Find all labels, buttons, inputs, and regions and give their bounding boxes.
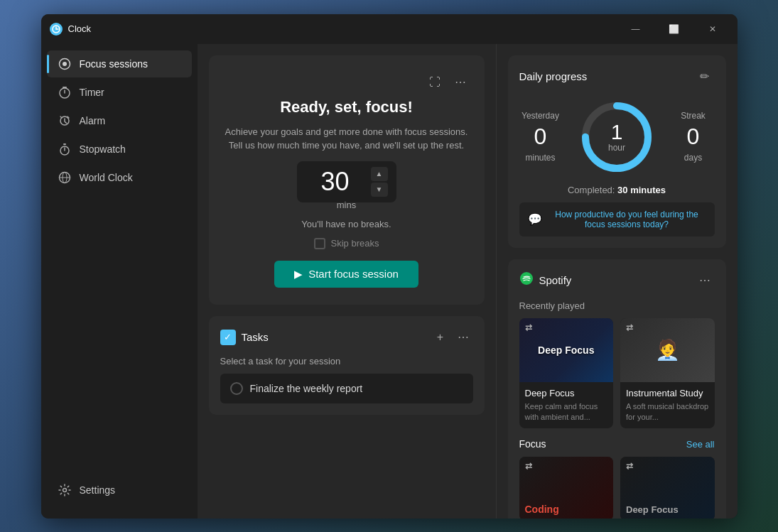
start-focus-session-button[interactable]: ▶ Start focus session xyxy=(274,261,418,288)
donut-center-value: 1 xyxy=(608,121,625,143)
shuffle-icon: ⇄ xyxy=(626,322,633,332)
expand-button[interactable]: ⛶ xyxy=(425,72,445,92)
productivity-text: How productive do you feel during the fo… xyxy=(548,210,706,229)
sidebar-item-focus-sessions[interactable]: Focus sessions xyxy=(47,50,192,77)
play-icon: ▶ xyxy=(294,268,303,281)
shuffle-icon: ⇄ xyxy=(626,461,633,471)
yesterday-value: 0 xyxy=(534,124,547,150)
coding-label: Coding xyxy=(525,504,559,515)
task-radio[interactable] xyxy=(230,382,243,395)
table-row[interactable]: Finalize the weekly report xyxy=(220,374,473,403)
main-content: Focus sessions Timer xyxy=(41,44,738,519)
focus-sessions-icon xyxy=(58,58,71,70)
shuffle-icon: ⇄ xyxy=(525,322,532,332)
productivity-icon: 💬 xyxy=(528,212,542,226)
streak-stat: Streak 0 days xyxy=(672,111,715,163)
completed-value: 30 minutes xyxy=(617,185,666,195)
tasks-actions: + ⋯ xyxy=(431,327,473,347)
thumb-label: Deep Focus xyxy=(538,344,594,356)
deep-focus-label: Deep Focus xyxy=(626,504,679,515)
app-icon xyxy=(50,23,63,36)
time-increase-button[interactable]: ▲ xyxy=(371,167,388,181)
focus-section-header: Focus See all xyxy=(519,438,715,450)
time-decrease-button[interactable]: ▼ xyxy=(371,183,388,197)
svg-point-4 xyxy=(63,62,67,66)
sidebar-item-alarm[interactable]: Alarm xyxy=(47,107,192,134)
list-item[interactable]: ⇄ Deep Focus Deep Focus Keep calm and fo… xyxy=(519,318,614,429)
focus-card-header: ⛶ ⋯ xyxy=(223,72,470,92)
daily-progress-card: Daily progress ✏ Yesterday 0 minutes xyxy=(508,55,726,248)
time-picker[interactable]: 30 ▲ ▼ xyxy=(297,161,396,202)
start-button-label: Start focus session xyxy=(308,268,399,280)
maximize-button[interactable]: ⬜ xyxy=(658,18,691,40)
sidebar-item-label: Timer xyxy=(80,87,104,98)
svg-point-17 xyxy=(520,272,533,285)
spotify-more-button[interactable]: ⋯ xyxy=(695,271,715,291)
list-item[interactable]: ⇄ Coding xyxy=(519,457,614,518)
music-thumb: ⇄ Deep Focus xyxy=(620,457,715,518)
window-title: Clock xyxy=(68,23,92,34)
settings-icon xyxy=(58,484,71,496)
yesterday-unit: minutes xyxy=(525,153,555,163)
task-text: Finalize the weekly report xyxy=(250,383,363,394)
titlebar: Clock — ⬜ ✕ xyxy=(41,14,738,44)
settings-label: Settings xyxy=(80,484,116,496)
music-title: Deep Focus xyxy=(519,382,614,401)
time-value: 30 xyxy=(306,167,365,197)
right-panel: Daily progress ✏ Yesterday 0 minutes xyxy=(496,44,738,519)
donut-chart: 1 hour xyxy=(578,98,656,176)
focus-subtitle: Achieve your goals and get more done wit… xyxy=(223,125,470,153)
time-arrows: ▲ ▼ xyxy=(371,167,388,197)
content-area: ⛶ ⋯ Ready, set, focus! Achieve your goal… xyxy=(198,44,496,519)
sidebar-item-stopwatch[interactable]: Stopwatch xyxy=(47,136,192,163)
daily-progress-title: Daily progress xyxy=(519,70,695,82)
yesterday-stat: Yesterday 0 minutes xyxy=(519,111,562,163)
recently-played-grid: ⇄ Deep Focus Deep Focus Keep calm and fo… xyxy=(519,318,715,429)
time-unit: mins xyxy=(337,200,356,210)
streak-label: Streak xyxy=(681,111,706,121)
world-clock-icon xyxy=(58,171,71,184)
close-button[interactable]: ✕ xyxy=(696,18,729,40)
edit-progress-button[interactable]: ✏ xyxy=(695,67,715,87)
skip-breaks-row: Skip breaks xyxy=(314,238,379,249)
stopwatch-icon xyxy=(58,143,71,156)
tasks-title: Tasks xyxy=(242,331,425,343)
minimize-button[interactable]: — xyxy=(620,18,652,40)
svg-point-14 xyxy=(63,488,66,492)
spotify-title: Spotify xyxy=(539,274,695,286)
sidebar-item-label: Focus sessions xyxy=(80,58,148,70)
productivity-row[interactable]: 💬 How productive do you feel during the … xyxy=(519,202,715,237)
focus-session-card: ⛶ ⋯ Ready, set, focus! Achieve your goal… xyxy=(209,55,485,305)
window-controls: — ⬜ ✕ xyxy=(620,18,729,40)
skip-breaks-checkbox[interactable] xyxy=(314,238,325,249)
list-item[interactable]: ⇄ Deep Focus xyxy=(620,457,715,518)
timer-icon xyxy=(58,86,71,99)
spotify-logo xyxy=(519,271,534,289)
sidebar-item-label: Stopwatch xyxy=(80,143,126,155)
add-task-button[interactable]: + xyxy=(431,327,450,347)
list-item[interactable]: ⇄ 🧑‍💼 Instrumental Study A soft musical … xyxy=(620,318,715,429)
sidebar-item-settings[interactable]: Settings xyxy=(47,477,192,504)
sidebar-item-world-clock[interactable]: World Clock xyxy=(47,164,192,191)
sidebar-item-label: World Clock xyxy=(80,172,133,183)
more-options-button[interactable]: ⋯ xyxy=(450,72,470,92)
alarm-icon xyxy=(58,114,71,127)
music-thumb: ⇄ Coding xyxy=(519,457,614,518)
card-header: Daily progress ✏ xyxy=(519,67,715,87)
tasks-more-button[interactable]: ⋯ xyxy=(453,327,473,347)
music-desc: Keep calm and focus with ambient and... xyxy=(519,401,614,429)
completed-text: Completed: 30 minutes xyxy=(519,185,715,195)
stats-row: Yesterday 0 minutes 1 hour xyxy=(519,98,715,176)
streak-value: 0 xyxy=(687,124,700,150)
tasks-header: ✓ Tasks + ⋯ xyxy=(220,327,473,347)
spotify-header: Spotify ⋯ xyxy=(519,271,715,291)
skip-breaks-label: Skip breaks xyxy=(331,238,379,249)
see-all-link[interactable]: See all xyxy=(686,439,715,450)
sidebar-item-timer[interactable]: Timer xyxy=(47,79,192,106)
sidebar: Focus sessions Timer xyxy=(41,44,198,519)
spotify-card: Spotify ⋯ Recently played ⇄ Deep Focus D… xyxy=(508,259,726,519)
music-desc: A soft musical backdrop for your... xyxy=(620,401,715,429)
svg-rect-10 xyxy=(63,143,66,145)
donut-center-unit: hour xyxy=(608,143,625,153)
focus-grid: ⇄ Coding ⇄ Deep Focus xyxy=(519,457,715,518)
